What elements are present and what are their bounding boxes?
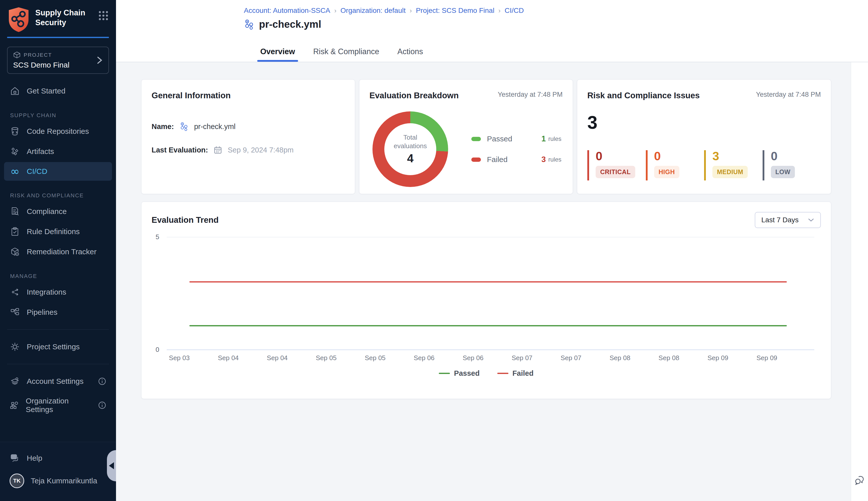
tab-risk-compliance[interactable]: Risk & Compliance [313, 47, 379, 62]
help-chat-icon: ? [10, 454, 20, 463]
project-label-row: PROJECT [13, 51, 69, 59]
sidebar-item-code-repositories[interactable]: Code Repositories [4, 122, 112, 141]
legend-label: Failed [512, 369, 534, 377]
sidebar-item-integrations[interactable]: Integrations [4, 283, 112, 302]
breakdown-body: Total evaluations 4 Passed 1 rules [369, 111, 563, 187]
failed-series-line [189, 281, 787, 283]
project-label: PROJECT [24, 52, 52, 58]
severity-high: 0 HIGH [646, 150, 704, 180]
sidebar-item-get-started[interactable]: Get Started [4, 82, 112, 100]
breadcrumb-separator: › [409, 7, 412, 14]
x-axis-tick: Sep 06 [411, 354, 437, 362]
page-header: Account: Automation-SSCA › Organization:… [116, 0, 868, 62]
chart-legend: Passed Failed [151, 369, 821, 377]
chat-support-icon[interactable] [854, 475, 865, 486]
failed-line-swatch-icon [497, 373, 509, 374]
evaluations-donut-chart: Total evaluations 4 [373, 111, 448, 187]
sidebar-item-label: Help [27, 454, 42, 462]
total-issues-value: 3 [587, 114, 821, 131]
name-label: Name: [151, 122, 174, 131]
cicd-infinity-icon: ∞ [10, 167, 20, 176]
sidebar-item-pipelines[interactable]: Pipelines [4, 303, 112, 322]
app-grid-icon[interactable] [98, 10, 109, 21]
sidebar-item-compliance[interactable]: Compliance [4, 202, 112, 221]
rule-definitions-icon [10, 227, 20, 236]
time-range-select[interactable]: Last 7 Days [755, 212, 821, 228]
severity-badge: LOW [771, 166, 795, 178]
severity-badge: HIGH [654, 166, 680, 178]
general-information-card: General Information Name: [141, 79, 355, 194]
sidebar-item-label: Organization Settings [26, 397, 91, 414]
breadcrumb-organization[interactable]: Organization: default [341, 7, 406, 14]
legend-label: Passed [487, 135, 527, 143]
legend-row-passed: Passed 1 rules [471, 134, 561, 143]
sidebar: Supply Chain Security [0, 0, 116, 501]
x-axis-line [167, 350, 814, 350]
sidebar-item-label: Project Settings [27, 342, 80, 351]
user-name: Teja Kummarikuntla [31, 477, 97, 485]
info-icon[interactable] [98, 401, 106, 409]
home-icon [10, 86, 20, 96]
summary-cards-row: General Information Name: [141, 79, 851, 194]
chevron-right-icon [96, 55, 103, 65]
x-axis-tick: Sep 07 [509, 354, 535, 362]
card-head: General Information [151, 91, 345, 100]
sidebar-item-remediation-tracker[interactable]: Remediation Tracker [4, 242, 112, 261]
severity-medium: 3 MEDIUM [704, 150, 763, 180]
severity-count: 0 [654, 150, 704, 162]
time-range-value: Last 7 Days [761, 216, 799, 224]
artifacts-icon [10, 147, 20, 156]
sidebar-item-help[interactable]: ? Help [4, 449, 112, 468]
severity-count: 3 [712, 150, 763, 162]
trend-head: Evaluation Trend Last 7 Days [151, 212, 821, 228]
sidebar-item-label: Account Settings [27, 377, 83, 386]
legend-label: Passed [454, 369, 480, 377]
breadcrumb-account[interactable]: Account: Automation-SSCA [244, 7, 330, 14]
sidebar-item-artifacts[interactable]: Artifacts [4, 142, 112, 161]
supply-chain-security-logo-icon [7, 7, 30, 33]
sidebar-item-project-settings[interactable]: Project Settings [4, 337, 112, 356]
sidebar-item-account-settings[interactable]: Account Settings [4, 372, 112, 391]
sidebar-item-label: Pipelines [27, 308, 57, 317]
info-icon[interactable] [98, 377, 106, 386]
card-timestamp: Yesterday at 7:48 PM [498, 91, 563, 98]
user-menu[interactable]: TK Teja Kummarikuntla [4, 469, 112, 493]
breadcrumb-cicd[interactable]: CI/CD [505, 7, 524, 14]
x-axis-tick: Sep 07 [558, 354, 584, 362]
severity-badge: MEDIUM [712, 166, 748, 178]
card-title: Risk and Compliance Issues [587, 91, 700, 100]
content: General Information Name: [116, 62, 851, 501]
calendar-icon [213, 146, 222, 154]
breadcrumb-separator: › [334, 7, 336, 14]
collapse-arrow-icon [109, 462, 114, 469]
sidebar-collapse-handle[interactable] [107, 450, 116, 481]
card-head: Risk and Compliance Issues Yesterday at … [587, 91, 821, 100]
breadcrumb-project[interactable]: Project: SCS Demo Final [416, 7, 494, 14]
title-row: pr-check.yml [244, 19, 868, 30]
severity-low: 0 LOW [763, 150, 821, 180]
x-axis-tick: Sep 03 [167, 354, 192, 362]
sidebar-item-cicd[interactable]: ∞ CI/CD [4, 162, 112, 181]
section-label-supply-chain: SUPPLY CHAIN [10, 112, 112, 119]
pipeline-icon [179, 122, 189, 131]
card-head: Evaluation Breakdown Yesterday at 7:48 P… [369, 91, 563, 100]
gridline [167, 237, 814, 237]
legend-unit: rules [548, 135, 561, 142]
x-axis-labels: Sep 03 Sep 04 Sep 04 Sep 05 Sep 05 Sep 0… [167, 354, 780, 362]
sidebar-item-rule-definitions[interactable]: Rule Definitions [4, 222, 112, 241]
sidebar-item-label: Compliance [27, 207, 66, 216]
sidebar-item-label: Get Started [27, 87, 65, 95]
tab-overview[interactable]: Overview [260, 47, 295, 62]
sidebar-item-organization-settings[interactable]: Organization Settings [4, 392, 112, 419]
tab-actions[interactable]: Actions [397, 47, 423, 62]
pipeline-icon [244, 19, 254, 30]
project-selector[interactable]: PROJECT SCS Demo Final [7, 46, 109, 74]
risk-compliance-issues-card: Risk and Compliance Issues Yesterday at … [577, 79, 831, 194]
code-repositories-icon [10, 127, 20, 136]
breadcrumb: Account: Automation-SSCA › Organization:… [244, 7, 868, 14]
severity-badge: CRITICAL [596, 166, 635, 178]
legend-label: Failed [487, 155, 527, 164]
accent-divider [7, 37, 109, 38]
x-axis-tick: Sep 05 [363, 354, 388, 362]
passed-line-swatch-icon [439, 373, 450, 374]
